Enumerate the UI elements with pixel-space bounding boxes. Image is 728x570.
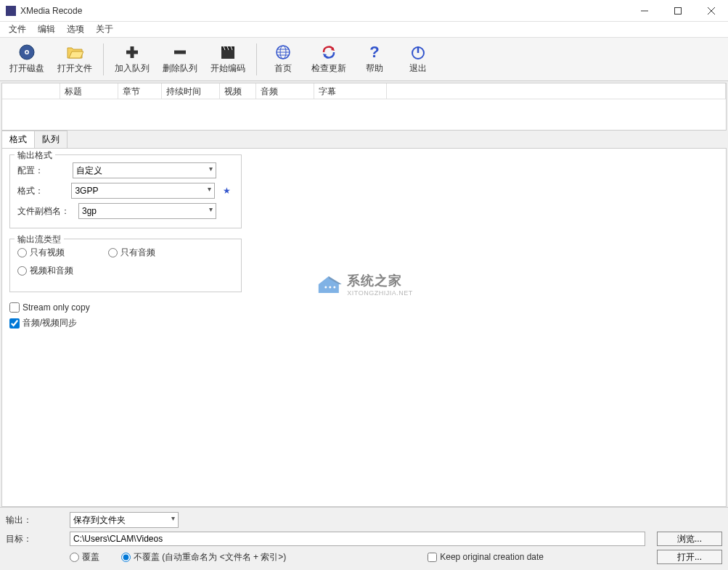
toolbar-separator bbox=[256, 44, 257, 75]
media-table[interactable]: 标题 章节 持续时间 视频 音频 字幕 bbox=[1, 83, 727, 131]
titlebar: XMedia Recode bbox=[0, 0, 728, 22]
stream-copy-check[interactable]: Stream only copy bbox=[9, 302, 719, 313]
config-label: 配置： bbox=[17, 165, 68, 177]
open-disc-button[interactable]: 打开磁盘 bbox=[4, 41, 49, 78]
group-title: 输出格式 bbox=[15, 149, 55, 162]
no-overwrite-radio[interactable]: 不覆盖 (自动重命名为 <文件名 + 索引>) bbox=[121, 551, 286, 563]
toolbar: 打开磁盘 打开文件 加入队列 删除队列 开始编码 首页 检查更新 ? 帮助 退出 bbox=[0, 38, 728, 81]
question-icon: ? bbox=[366, 44, 383, 61]
help-button[interactable]: ? 帮助 bbox=[354, 41, 395, 78]
ext-label: 文件副档名： bbox=[17, 205, 74, 218]
app-icon bbox=[6, 6, 16, 16]
main-panel: 输出格式 配置： 自定义 格式： 3GPP ★ 文件副档名： 3gp 输出流类型… bbox=[1, 148, 727, 507]
output-format-group: 输出格式 配置： 自定义 格式： 3GPP ★ 文件副档名： 3gp bbox=[9, 154, 242, 228]
target-path-input[interactable] bbox=[70, 532, 645, 546]
svg-point-25 bbox=[333, 286, 335, 289]
col-rest bbox=[387, 83, 726, 99]
video-only-radio[interactable]: 只有视频 bbox=[17, 247, 65, 259]
output-label: 输出： bbox=[6, 514, 64, 526]
window-controls bbox=[628, 0, 728, 22]
config-select[interactable]: 自定义 bbox=[73, 162, 216, 178]
col-chapter[interactable]: 章节 bbox=[118, 83, 162, 99]
start-encode-button[interactable]: 开始编码 bbox=[205, 41, 250, 78]
open-button[interactable]: 打开... bbox=[657, 550, 722, 564]
menu-file[interactable]: 文件 bbox=[3, 22, 32, 37]
keep-date-check[interactable]: Keep original creation date bbox=[428, 552, 544, 562]
add-queue-button[interactable]: 加入队列 bbox=[110, 41, 155, 78]
house-icon bbox=[315, 274, 341, 294]
remove-queue-button[interactable]: 删除队列 bbox=[158, 41, 203, 78]
svg-rect-1 bbox=[675, 7, 682, 14]
menu-about[interactable]: 关于 bbox=[90, 22, 119, 37]
power-icon bbox=[409, 44, 427, 61]
overwrite-radio[interactable]: 覆盖 bbox=[70, 551, 99, 563]
refresh-icon bbox=[320, 44, 338, 61]
ext-select[interactable]: 3gp bbox=[78, 203, 216, 219]
svg-point-23 bbox=[324, 286, 327, 289]
browse-button[interactable]: 浏览... bbox=[657, 532, 722, 546]
output-select[interactable]: 保存到文件夹 bbox=[70, 512, 179, 528]
col-duration[interactable]: 持续时间 bbox=[162, 83, 220, 99]
check-update-button[interactable]: 检查更新 bbox=[306, 41, 351, 78]
exit-button[interactable]: 退出 bbox=[398, 41, 438, 78]
tab-queue[interactable]: 队列 bbox=[34, 131, 68, 148]
col-title[interactable]: 标题 bbox=[60, 83, 118, 99]
menu-edit[interactable]: 编辑 bbox=[32, 22, 61, 37]
minimize-icon bbox=[641, 7, 648, 15]
plus-icon bbox=[123, 44, 141, 61]
tab-strip: 格式 队列 bbox=[0, 132, 728, 148]
bottom-panel: 输出： 保存到文件夹 目标： 浏览... 覆盖 不覆盖 (自动重命名为 <文件名… bbox=[0, 507, 728, 570]
table-header: 标题 章节 持续时间 视频 音频 字幕 bbox=[2, 83, 726, 99]
svg-point-24 bbox=[329, 286, 331, 289]
star-icon: ★ bbox=[223, 186, 231, 196]
disc-icon bbox=[18, 44, 36, 61]
maximize-icon bbox=[674, 7, 682, 15]
stream-type-group: 输出流类型 只有视频 只有音频 视频和音频 bbox=[9, 239, 242, 292]
minimize-button[interactable] bbox=[628, 0, 661, 22]
av-sync-check[interactable]: 音频/视频同步 bbox=[9, 317, 719, 329]
col-subtitle[interactable]: 字幕 bbox=[314, 83, 387, 99]
format-label: 格式： bbox=[17, 185, 67, 197]
close-icon bbox=[708, 7, 715, 15]
col-blank[interactable] bbox=[2, 83, 60, 99]
globe-icon bbox=[274, 44, 292, 61]
watermark: 系统之家 XITONGZHIJIA.NET bbox=[315, 272, 412, 297]
col-video[interactable]: 视频 bbox=[220, 83, 256, 99]
clapperboard-icon bbox=[219, 44, 237, 61]
col-audio[interactable]: 音频 bbox=[256, 83, 314, 99]
svg-rect-10 bbox=[221, 50, 234, 59]
group-title: 输出流类型 bbox=[15, 234, 64, 246]
audio-only-radio[interactable]: 只有音频 bbox=[108, 247, 155, 259]
homepage-button[interactable]: 首页 bbox=[263, 41, 303, 78]
window-title: XMedia Recode bbox=[20, 6, 628, 16]
minus-icon bbox=[171, 44, 189, 61]
svg-point-6 bbox=[26, 51, 28, 54]
video-audio-radio[interactable]: 视频和音频 bbox=[17, 265, 73, 277]
format-select[interactable]: 3GPP bbox=[71, 183, 215, 199]
menubar: 文件 编辑 选项 关于 bbox=[0, 22, 728, 38]
menu-options[interactable]: 选项 bbox=[61, 22, 90, 37]
folder-icon bbox=[66, 44, 83, 61]
toolbar-separator bbox=[103, 44, 104, 75]
tab-format[interactable]: 格式 bbox=[1, 131, 35, 148]
close-button[interactable] bbox=[695, 0, 728, 22]
favorite-button[interactable]: ★ bbox=[219, 183, 234, 198]
open-file-button[interactable]: 打开文件 bbox=[52, 41, 97, 78]
target-label: 目标： bbox=[6, 533, 64, 545]
maximize-button[interactable] bbox=[661, 0, 695, 22]
